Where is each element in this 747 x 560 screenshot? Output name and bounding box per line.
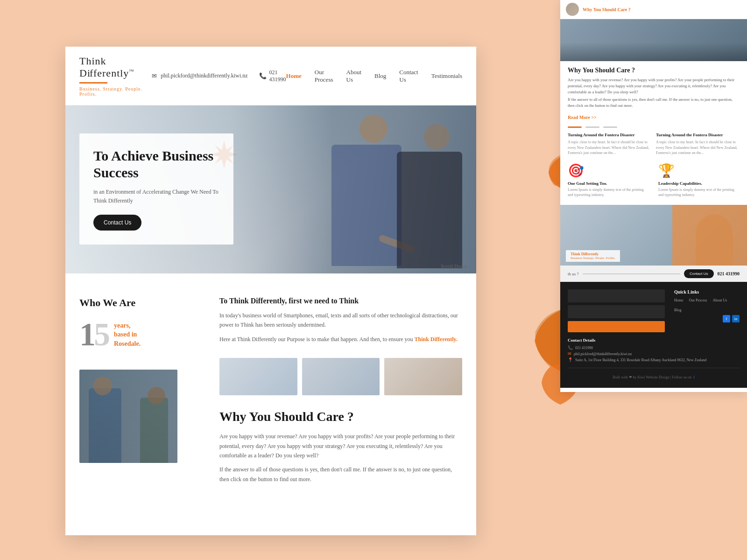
contact-details-title: Contact Details bbox=[568, 338, 740, 343]
hero-subtitle: in an Environment of Accelerating Change… bbox=[93, 188, 219, 205]
who-we-are-image bbox=[79, 370, 201, 463]
quick-link-process[interactable]: Our Process bbox=[689, 298, 707, 302]
hero-title: To Achieve Business Success bbox=[93, 147, 219, 181]
nav-blog[interactable]: Blog bbox=[374, 70, 386, 82]
nav-contact[interactable]: Contact Us bbox=[399, 67, 418, 85]
blog-card-1-title: Turning Around the Fontera Disaster bbox=[568, 133, 651, 138]
back-card-top: Why You Should Care ? Why You Should Car… bbox=[560, 0, 747, 392]
address-icon: 📍 bbox=[568, 357, 573, 362]
facebook-icon[interactable]: f bbox=[723, 315, 730, 322]
logo-tm: ™ bbox=[129, 69, 134, 74]
img-block-1 bbox=[219, 358, 297, 395]
phone-number: 021 431990 bbox=[269, 69, 286, 83]
goal-title: One Goal Setting Too. bbox=[568, 181, 649, 186]
contact-address: Suite A, 1st Floor Building 4, 331 Rosed… bbox=[575, 357, 706, 363]
header-phone: 📞 021 431990 bbox=[259, 69, 286, 83]
form-field-1[interactable] bbox=[568, 289, 665, 302]
why-care-title: Why You Should Care ? bbox=[219, 409, 462, 424]
hero-section: To Achieve Business Success in an Enviro… bbox=[65, 105, 476, 273]
blog-card-1: Turning Around the Fontera Disaster A to… bbox=[568, 133, 651, 155]
header-contact: ✉ phil.pickford@thinkdifferently.kiwi.nz… bbox=[150, 69, 286, 83]
think-link[interactable]: Think Differently. bbox=[414, 336, 457, 343]
hero-contact-button[interactable]: Contact Us bbox=[93, 215, 141, 231]
blog-card-2-title: Turning Around the Fontera Disaster bbox=[656, 133, 740, 138]
blog-card-2: Turning Around the Fontera Disaster A to… bbox=[656, 133, 740, 155]
email-icon: ✉ bbox=[150, 72, 158, 80]
footer-columns: Quick Links Home Our Process About Us Bl… bbox=[568, 289, 740, 332]
back-hero-image bbox=[560, 19, 747, 61]
form-field-2[interactable] bbox=[568, 305, 665, 318]
cta-bar: th us ? Contact Us 021 431990 bbox=[560, 266, 747, 282]
contact-details-section: Contact Details 📞 021 431990 ✉ phil.pick… bbox=[568, 338, 740, 363]
years-text-area: years, based in Rosedale. bbox=[114, 321, 141, 349]
back-why-title: Why You Should Care ? bbox=[568, 67, 740, 74]
icon-cards-row: 🎯 One Goal Setting Too. Lorem Ipsum is s… bbox=[560, 163, 747, 197]
years-number: 15 bbox=[79, 318, 108, 351]
quick-link-blog[interactable]: Blog bbox=[674, 308, 682, 312]
social-icons: f in bbox=[674, 315, 740, 322]
back-why-text2: If the answer to all of those questions … bbox=[568, 97, 740, 109]
leadership-title: Leadership Capabilities. bbox=[658, 181, 740, 186]
logo-text: Think Differently™ bbox=[79, 55, 150, 79]
img-block-2 bbox=[302, 358, 380, 395]
quick-link-home[interactable]: Home bbox=[674, 298, 684, 302]
quick-links-list: Home Our Process About Us Blog bbox=[674, 298, 740, 312]
contact-phone-row: 📞 021 431990 bbox=[568, 345, 740, 350]
img-block-3 bbox=[384, 358, 462, 395]
leadership-icon: 🏆 bbox=[658, 163, 740, 178]
contact-phone: 021 431990 bbox=[575, 346, 593, 350]
blog-card-1-text: A topic close to my heart. In fact it sh… bbox=[568, 140, 651, 155]
years-block: 15 years, based in Rosedale. bbox=[79, 318, 201, 351]
nav-home[interactable]: Home bbox=[286, 70, 302, 82]
think-para1: In today's business world of Smartphones… bbox=[219, 311, 462, 330]
back-why-section: Why You Should Care ? Are you happy with… bbox=[560, 61, 747, 126]
why-para2: If the answer to all of those questions … bbox=[219, 465, 462, 484]
based-word: based in bbox=[114, 331, 137, 338]
person-brand-label: Think Differently bbox=[571, 252, 615, 256]
logo-accent bbox=[79, 82, 107, 84]
separator-lines bbox=[560, 126, 747, 128]
blog-card-2-text: A topic close to my heart. In fact it sh… bbox=[656, 140, 740, 155]
years-word: years, bbox=[114, 322, 130, 329]
person-image: Think Differently Business Strategy. Peo… bbox=[560, 205, 747, 266]
linkedin-icon[interactable]: in bbox=[732, 315, 740, 322]
contact-address-row: 📍 Suite A, 1st Floor Building 4, 331 Ros… bbox=[568, 357, 740, 363]
site-header: Think Differently™ Business. Strategy. P… bbox=[65, 47, 476, 105]
read-more-link[interactable]: Read More >> bbox=[568, 115, 597, 120]
goal-text: Lorem Ipsum is simply dummy text of the … bbox=[568, 187, 649, 197]
form-submit-btn[interactable] bbox=[568, 321, 665, 332]
phone-icon: 📞 bbox=[568, 345, 573, 350]
email-icon: ✉ bbox=[568, 351, 571, 356]
who-we-are-title: Who We Are bbox=[79, 297, 201, 309]
nav-process[interactable]: Our Process bbox=[315, 67, 333, 85]
email-address: phil.pickford@thinkdifferently.kiwi.nz bbox=[161, 72, 247, 79]
nav-testimonials[interactable]: Testimonials bbox=[431, 70, 462, 82]
footer-built-by: Built with ❤ by Kiwi Website Design | Fo… bbox=[613, 375, 691, 379]
person-label: Think Differently Business Strategy. Peo… bbox=[566, 250, 620, 262]
think-para2: Here at Think Differently our Purpose is… bbox=[219, 335, 462, 344]
icon-card-leadership: 🏆 Leadership Capabilities. Lorem Ipsum i… bbox=[658, 163, 740, 197]
think-image-blocks bbox=[219, 358, 462, 395]
logo-tagline: Business. Strategy. People. Profits. bbox=[79, 86, 150, 97]
why-care-section: Why You Should Care ? Are you happy with… bbox=[219, 409, 462, 484]
location-name: Rosedale. bbox=[114, 340, 141, 347]
years-label: years, based in Rosedale. bbox=[114, 321, 141, 349]
leadership-text: Lorem Ipsum is simply dummy text of the … bbox=[658, 187, 740, 197]
footer-social-link[interactable]: f bbox=[693, 375, 695, 379]
footer-dark: Quick Links Home Our Process About Us Bl… bbox=[560, 282, 747, 387]
think-title: To Think Differently, first we need to T… bbox=[219, 297, 462, 305]
quick-link-about[interactable]: About Us bbox=[712, 298, 727, 302]
quick-links-col: Quick Links Home Our Process About Us Bl… bbox=[674, 289, 740, 332]
think-section: To Think Differently, first we need to T… bbox=[219, 297, 462, 489]
hero-content-box: To Achieve Business Success in an Enviro… bbox=[79, 133, 233, 245]
contact-email-row: ✉ phil.pickford@thinkdifferently.kiwi.nz bbox=[568, 351, 740, 356]
logo-area: Think Differently™ Business. Strategy. P… bbox=[79, 55, 150, 97]
hero-flower-decor bbox=[208, 138, 240, 171]
why-para1: Are you happy with your revenue? Are you… bbox=[219, 432, 462, 460]
who-we-are-section: Who We Are 15 years, based in Rosedale. bbox=[79, 297, 201, 489]
nav-about[interactable]: About Us bbox=[346, 67, 362, 85]
cta-phone: 021 431990 bbox=[718, 271, 740, 276]
cta-contact-button[interactable]: Contact Us bbox=[684, 269, 714, 278]
two-col-section: Who We Are 15 years, based in Rosedale. bbox=[79, 297, 462, 489]
blog-cards-row: Turning Around the Fontera Disaster A to… bbox=[560, 133, 747, 155]
